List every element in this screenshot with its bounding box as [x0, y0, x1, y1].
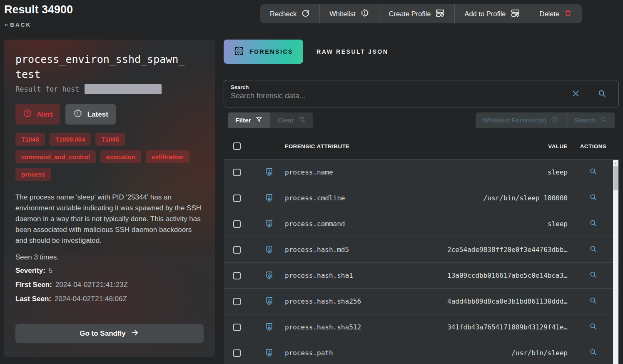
rank-badge-icon — [264, 167, 274, 177]
mitre-tag: T1048 — [15, 133, 45, 146]
row-checkbox[interactable] — [233, 272, 241, 279]
row-checkbox[interactable] — [233, 324, 241, 331]
first-seen-value: 2024-04-02T21:41:23Z — [55, 281, 128, 289]
row-checkbox[interactable] — [233, 220, 241, 228]
search-icon — [600, 116, 608, 125]
clear-filter-button[interactable]: Clear — [270, 112, 313, 128]
forensic-attribute: process.path — [285, 349, 511, 357]
inspect-search-icon[interactable] — [589, 167, 598, 177]
table-scrollbar[interactable]: ▲ — [613, 160, 618, 364]
forensic-attribute: process.cmdline — [285, 194, 483, 202]
mitre-tag: process — [15, 168, 51, 181]
forensic-value: 13a09ccdbb016617abe5c0e14bca3… — [447, 272, 568, 279]
mitre-tag: command_and_control — [15, 150, 96, 163]
search-input[interactable] — [231, 92, 547, 100]
forensic-table-row[interactable]: process.hash.sha256 4add4bb89d8ca0e3b1bd… — [224, 289, 619, 314]
result-action-toolbar: Recheck Whitelist Create Profile Add to … — [260, 4, 582, 23]
redacted-hostname — [85, 84, 162, 94]
mitre-tag: T1095 — [95, 133, 125, 146]
create-profile-button[interactable]: Create Profile — [379, 4, 455, 23]
tag-list: T1048T1059.004T1095command_and_controlex… — [15, 133, 207, 181]
inspect-search-icon[interactable] — [589, 219, 598, 229]
latest-badge: Latest — [65, 104, 116, 125]
column-header-attribute: FORENSIC ATTRIBUTE — [285, 143, 548, 150]
result-detail-panel: process_environ_sshd_spawn_test Result f… — [4, 40, 215, 357]
severity-value: 5 — [49, 267, 52, 274]
search-icon[interactable] — [597, 89, 607, 100]
delete-button[interactable]: Delete — [530, 4, 582, 23]
alert-circle-icon — [23, 109, 32, 120]
tab-raw-result-json[interactable]: RAW RESULT JSON — [312, 40, 393, 64]
forensic-table-row[interactable]: process.path /usr/bin/sleep — [224, 340, 619, 364]
back-button[interactable]: «BACK — [5, 21, 31, 28]
seal-exclamation-icon — [551, 115, 559, 125]
forensic-table-row[interactable]: process.hash.sha1 13a09ccdbb016617abe5c0… — [224, 263, 619, 289]
forensic-table-header: FORENSIC ATTRIBUTE VALUE ACTIONS — [224, 133, 619, 160]
forensic-table-row[interactable]: process.command sleep — [224, 211, 619, 237]
mitre-tag: T1059.004 — [50, 133, 91, 146]
forensic-table-body: process.name sleep process.cmdline /usr/… — [224, 160, 619, 364]
scrollbar-up-arrow[interactable]: ▲ — [613, 160, 618, 166]
sandfly-name-title: process_environ_sshd_spawn_test — [15, 52, 186, 82]
inspect-search-icon[interactable] — [589, 296, 598, 307]
rank-badge-icon — [264, 244, 274, 255]
forensic-table-row[interactable]: process.cmdline /usr/bin/sleep 100000 — [224, 185, 619, 211]
forensic-table-row[interactable]: process.hash.sha512 341fdb43a7654171889b… — [224, 314, 619, 340]
whitelist-button[interactable]: Whitelist — [320, 4, 379, 23]
forensic-table: FORENSIC ATTRIBUTE VALUE ACTIONS process… — [224, 133, 619, 364]
forensic-value: /usr/bin/sleep 100000 — [483, 194, 568, 202]
rank-badge-icon — [264, 348, 274, 358]
forensic-value: 341fdb43a7654171889b43129f41e… — [447, 323, 568, 331]
inspect-search-icon[interactable] — [589, 348, 598, 358]
inspect-search-icon[interactable] — [589, 270, 598, 281]
recheck-button[interactable]: Recheck — [260, 4, 320, 23]
profile-server-icon — [511, 8, 520, 20]
arrow-right-icon — [130, 328, 140, 339]
host-label: Result for host — [15, 85, 80, 93]
column-header-value: VALUE — [548, 143, 568, 150]
scrollbar-thumb[interactable] — [613, 166, 618, 190]
inspect-search-icon[interactable] — [589, 193, 598, 203]
forensic-attribute: process.hash.sha1 — [285, 272, 447, 279]
go-to-sandfly-button[interactable]: Go to Sandfly — [15, 324, 204, 343]
inspect-search-icon[interactable] — [589, 244, 598, 255]
rank-badge-icon — [264, 296, 274, 307]
forensic-table-row[interactable]: process.name sleep — [224, 160, 619, 185]
filter-button[interactable]: Filter — [228, 112, 270, 128]
whitelist-forensics-button[interactable]: Whitelist Forensic(s) — [476, 112, 566, 128]
select-all-checkbox[interactable] — [233, 142, 241, 150]
forensic-attribute: process.hash.sha512 — [285, 323, 447, 331]
row-checkbox[interactable] — [233, 169, 241, 176]
filter-bar: Filter Clear Whitelist Forensic(s) Se — [224, 112, 619, 128]
rank-badge-icon — [264, 270, 274, 281]
forensic-value: sleep — [548, 220, 568, 228]
clear-search-icon[interactable] — [571, 89, 581, 100]
add-to-profile-button[interactable]: Add to Profile — [455, 4, 530, 23]
forensic-attribute: process.command — [285, 220, 548, 228]
last-seen-label: Last Seen: — [15, 295, 51, 303]
forensic-attribute: process.hash.sha256 — [285, 297, 447, 305]
row-checkbox[interactable] — [233, 349, 241, 357]
mitre-tag: execution — [100, 150, 141, 163]
forensic-attribute: process.hash.md5 — [285, 246, 447, 254]
rank-badge-icon — [264, 322, 274, 332]
forensic-value: 4add4bb89d8ca0e3b1bd861130ddd… — [447, 297, 568, 305]
search-label: Search — [231, 84, 612, 90]
row-checkbox[interactable] — [233, 246, 241, 254]
forensic-value: /usr/bin/sleep — [511, 349, 568, 357]
first-seen-label: First Seen: — [15, 281, 52, 289]
scan-icon — [234, 46, 244, 57]
row-checkbox[interactable] — [233, 194, 241, 202]
forensics-section: FORENSICS RAW RESULT JSON Search Filter … — [224, 40, 619, 364]
profile-server-icon — [435, 8, 445, 20]
alert-badge: Alert — [15, 104, 60, 125]
forensic-search-panel: Search — [224, 80, 619, 107]
row-checkbox[interactable] — [233, 298, 241, 305]
seal-exclamation-icon — [360, 8, 369, 19]
forensic-table-row[interactable]: process.hash.md5 2ce54ade9838ff20e0f3e44… — [224, 237, 619, 263]
last-seen-value: 2024-04-02T21:46:06Z — [55, 295, 127, 303]
inspect-search-icon[interactable] — [589, 322, 598, 332]
search-submit-button[interactable]: Search — [566, 112, 615, 128]
tab-forensics[interactable]: FORENSICS — [224, 40, 303, 64]
forensic-attribute: process.name — [285, 168, 548, 176]
